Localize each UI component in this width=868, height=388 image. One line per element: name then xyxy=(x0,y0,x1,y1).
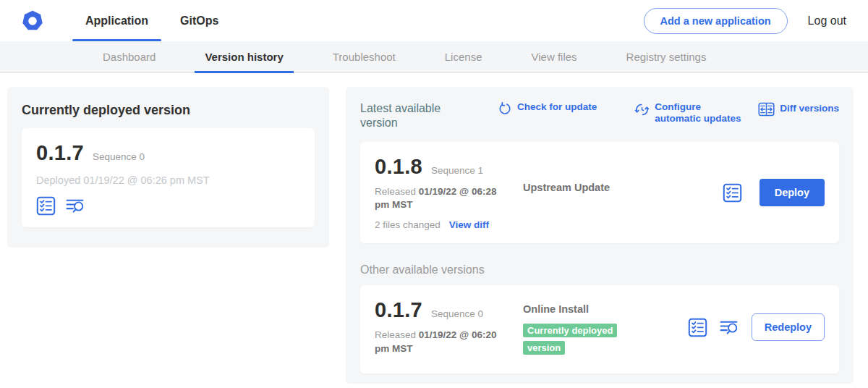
configure-automatic-updates-link[interactable]: Configure automatic updates xyxy=(634,101,749,125)
subnav-tab-label: License xyxy=(445,51,482,63)
subnav-tab-label: Version history xyxy=(205,51,283,63)
redeploy-button[interactable]: Redeploy xyxy=(752,313,825,341)
other-version-sequence: Sequence 0 xyxy=(431,308,483,319)
release-source: Online Install Currently deployed versio… xyxy=(523,303,679,356)
add-new-application-button[interactable]: Add a new application xyxy=(644,8,788,34)
current-version-sequence: Sequence 0 xyxy=(93,151,145,162)
subnav-tab-dashboard[interactable]: Dashboard xyxy=(93,41,166,72)
topnav-tabs: Application GitOps xyxy=(72,0,237,41)
subnav-tab-label: View files xyxy=(531,51,576,63)
topnav-tab-gitops[interactable]: GitOps xyxy=(167,0,231,41)
released-label: Released xyxy=(375,186,416,197)
preflight-checklist-icon[interactable] xyxy=(688,318,707,337)
subnav-tab-license[interactable]: License xyxy=(435,41,493,72)
current-version-card: 0.1.7 Sequence 0 Deployed 01/19/22 @ 06:… xyxy=(22,128,315,227)
latest-version-number: 0.1.8 xyxy=(375,155,422,179)
deployed-timestamp: Deployed 01/19/22 @ 06:26 pm MST xyxy=(36,174,300,186)
subnav-tab-registry-settings[interactable]: Registry settings xyxy=(616,41,717,72)
subnav-tab-troubleshoot[interactable]: Troubleshoot xyxy=(323,41,406,72)
subnav-tab-label: Registry settings xyxy=(626,51,707,63)
release-info: 0.1.7 Sequence 0 Released 01/19/22 @ 06:… xyxy=(375,298,523,355)
released-timestamp: Released 01/19/22 @ 06:28 pm MST xyxy=(375,185,514,211)
release-info: 0.1.8 Sequence 1 Released 01/19/22 @ 06:… xyxy=(375,155,523,230)
deploy-button[interactable]: Deploy xyxy=(760,179,825,206)
subnav-tab-version-history[interactable]: Version history xyxy=(195,41,293,72)
release-actions: Redeploy xyxy=(688,313,825,341)
view-diff-link[interactable]: View diff xyxy=(449,219,489,230)
currently-deployed-badge: Currently deployed version xyxy=(523,324,617,355)
main-content: Currently deployed version 0.1.7 Sequenc… xyxy=(0,73,868,384)
release-actions: Deploy xyxy=(723,179,825,206)
latest-version-card: 0.1.8 Sequence 1 Released 01/19/22 @ 06:… xyxy=(360,142,839,243)
latest-version-sequence: Sequence 1 xyxy=(431,165,483,176)
preflight-checklist-icon[interactable] xyxy=(723,183,742,203)
release-source: Upstream Update xyxy=(523,181,714,194)
configure-automatic-updates-label: Configure automatic updates xyxy=(655,101,749,125)
topnav-tab-label: Application xyxy=(85,14,148,28)
currently-deployed-panel: Currently deployed version 0.1.7 Sequenc… xyxy=(7,87,329,248)
latest-available-title: Latest available version xyxy=(360,101,453,130)
view-logs-icon[interactable] xyxy=(720,318,739,337)
app-logo-icon[interactable] xyxy=(22,10,43,32)
subnav-tab-label: Dashboard xyxy=(103,51,156,63)
check-for-update-link[interactable]: Check for update xyxy=(498,101,597,117)
subnav-tab-label: Troubleshoot xyxy=(333,51,396,63)
currently-deployed-title: Currently deployed version xyxy=(22,103,315,118)
topnav-tab-application[interactable]: Application xyxy=(72,0,161,41)
current-version-number: 0.1.7 xyxy=(36,141,84,165)
upstream-update-label: Upstream Update xyxy=(523,182,610,193)
files-changed-count: 2 files changed xyxy=(375,219,441,230)
other-version-card: 0.1.7 Sequence 0 Released 01/19/22 @ 06:… xyxy=(360,285,839,374)
diff-versions-link[interactable]: Diff versions xyxy=(758,101,839,117)
app-subnav: Dashboard Version history Troubleshoot L… xyxy=(0,41,868,73)
logout-link[interactable]: Log out xyxy=(808,14,846,28)
view-logs-icon[interactable] xyxy=(66,196,85,216)
available-versions-header: Latest available version Check for updat… xyxy=(360,101,839,130)
other-versions-title: Other available versions xyxy=(360,263,839,277)
topnav-tab-label: GitOps xyxy=(180,14,218,28)
online-install-label: Online Install xyxy=(523,303,679,315)
active-tab-underline xyxy=(195,71,293,73)
diff-versions-label: Diff versions xyxy=(780,103,839,114)
released-label: Released xyxy=(375,329,416,340)
preflight-checklist-icon[interactable] xyxy=(36,196,56,216)
check-for-update-label: Check for update xyxy=(517,101,597,113)
released-timestamp: Released 01/19/22 @ 06:20 pm MST xyxy=(375,329,514,355)
available-versions-panel: Latest available version Check for updat… xyxy=(346,87,854,384)
topnav-right: Add a new application Log out xyxy=(644,0,846,41)
top-navbar: Application GitOps Add a new application… xyxy=(0,0,868,41)
subnav-tab-view-files[interactable]: View files xyxy=(521,41,587,72)
other-version-number: 0.1.7 xyxy=(375,298,422,322)
